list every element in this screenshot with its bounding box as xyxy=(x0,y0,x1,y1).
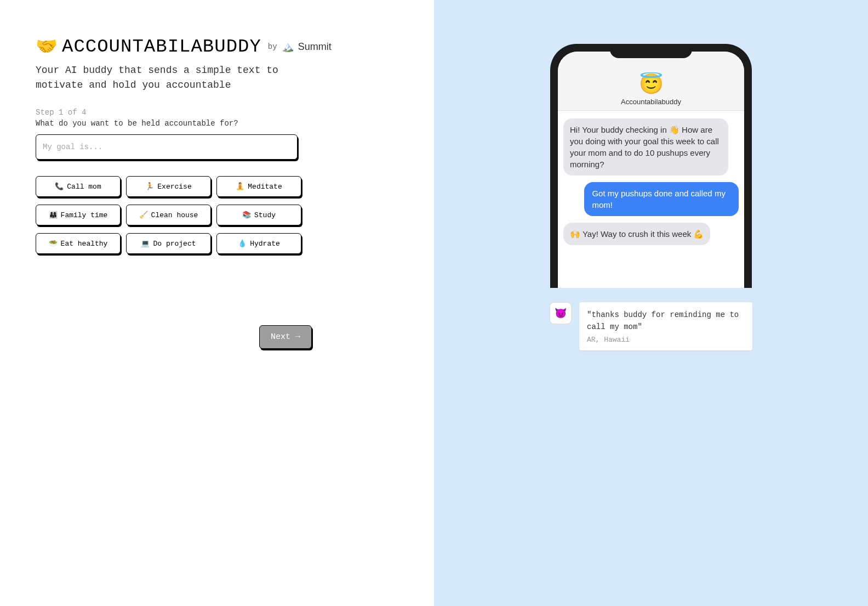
testimonial-quote: "thanks buddy for reminding me to call m… xyxy=(587,309,745,333)
salad-icon: 🥗 xyxy=(49,239,58,248)
phone-notch xyxy=(610,44,692,58)
contact-name: Accountabilabuddy xyxy=(558,98,744,106)
chip-label: Family time xyxy=(61,211,108,219)
phone-header: 😇 Accountabilabuddy xyxy=(558,52,744,111)
testimonial: 😈 "thanks buddy for reminding me to call… xyxy=(550,302,752,350)
broom-icon: 🧹 xyxy=(139,211,148,219)
chip-label: Meditate xyxy=(248,183,282,191)
chip-label: Clean house xyxy=(151,211,198,219)
chip-exercise[interactable]: 🏃 Exercise xyxy=(126,176,211,197)
by-label: by xyxy=(268,42,277,51)
tagline: Your AI buddy that sends a simple text t… xyxy=(36,63,310,93)
runner-icon: 🏃 xyxy=(145,182,154,191)
chip-label: Call mom xyxy=(67,183,101,191)
outgoing-message: Got my pushups done and called my mom! xyxy=(584,182,739,216)
angel-icon: 😇 xyxy=(558,72,744,97)
laptop-icon: 💻 xyxy=(141,239,150,248)
phone-mockup: 😇 Accountabilabuddy Hi! Your buddy check… xyxy=(550,44,752,288)
chip-label: Do project xyxy=(153,240,196,248)
chip-meditate[interactable]: 🧘 Meditate xyxy=(216,176,301,197)
chip-label: Exercise xyxy=(157,183,191,191)
chip-label: Study xyxy=(254,211,276,219)
incoming-message: Hi! Your buddy checking in 👋 How are you… xyxy=(563,118,728,175)
chip-do-project[interactable]: 💻 Do project xyxy=(126,233,211,254)
step-indicator: Step 1 of 4 xyxy=(36,108,398,117)
devil-icon: 😈 xyxy=(555,307,567,319)
logo-row: 🤝 ACCOUNTABILABUDDY by 🏔️ Summit xyxy=(36,36,398,58)
chip-label: Hydrate xyxy=(250,240,280,248)
chip-family-time[interactable]: 👨‍👩‍👧 Family time xyxy=(36,205,121,225)
avatar: 😈 xyxy=(550,302,572,324)
incoming-message: 🙌 Yay! Way to crush it this week 💪 xyxy=(563,223,710,245)
summit-brand[interactable]: Summit xyxy=(298,41,332,53)
meditate-icon: 🧘 xyxy=(236,182,244,191)
family-icon: 👨‍👩‍👧 xyxy=(49,211,58,219)
chip-eat-healthy[interactable]: 🥗 Eat healthy xyxy=(36,233,121,254)
chip-hydrate[interactable]: 💧 Hydrate xyxy=(216,233,301,254)
goal-input[interactable] xyxy=(36,134,298,160)
form-question: What do you want to be held accountable … xyxy=(36,119,398,128)
chip-call-mom[interactable]: 📞 Call mom xyxy=(36,176,121,197)
mountain-icon: 🏔️ xyxy=(282,41,294,53)
handshake-icon: 🤝 xyxy=(36,36,58,58)
books-icon: 📚 xyxy=(242,211,251,219)
testimonial-author: AR, Hawaii xyxy=(587,336,745,344)
phone-icon: 📞 xyxy=(55,182,64,191)
water-icon: 💧 xyxy=(238,239,247,248)
app-title: ACCOUNTABILABUDDY xyxy=(62,36,261,57)
chip-clean-house[interactable]: 🧹 Clean house xyxy=(126,205,211,225)
chip-label: Eat healthy xyxy=(61,240,108,248)
next-button[interactable]: Next → xyxy=(259,325,312,349)
chip-study[interactable]: 📚 Study xyxy=(216,205,301,225)
